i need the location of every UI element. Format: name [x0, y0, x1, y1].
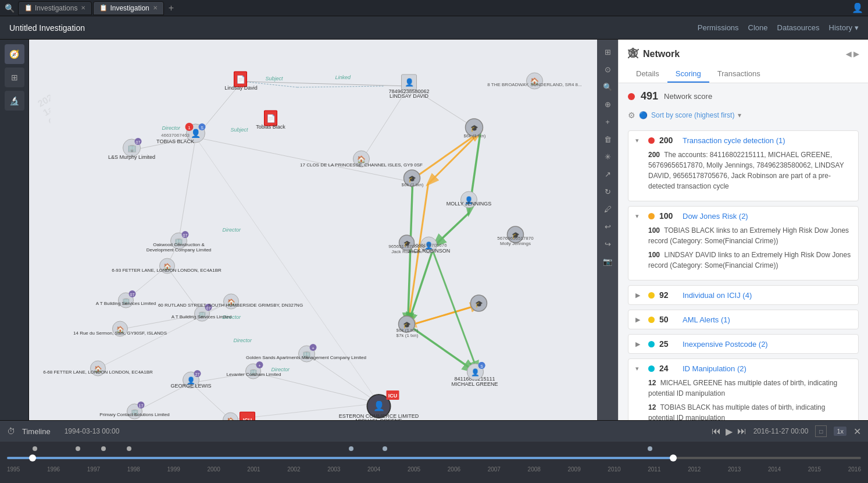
panel-title-text: Network [643, 49, 680, 59]
layout-button[interactable]: ⊕ [600, 97, 615, 112]
svg-text:🏠: 🏠 [227, 417, 235, 420]
tab-investigation[interactable]: 📋 Investigation ✕ [93, 1, 163, 15]
category-header-id-manipulation[interactable]: ▾ 24 ID Manipulation (2) [628, 359, 858, 378]
year-mark: 2009 [567, 466, 580, 473]
timeline-select-button[interactable]: □ [815, 425, 827, 437]
category-header-aml[interactable]: ▶ 50 AML Alerts (1) [628, 310, 858, 329]
tab-scoring[interactable]: Scoring [667, 66, 709, 83]
category-header-icij[interactable]: ▶ 92 Individual on ICIJ (4) [628, 286, 858, 304]
timeline-event-dot[interactable] [101, 446, 106, 451]
add-tab-button[interactable]: + [165, 3, 177, 13]
zoom-in-button[interactable]: 🔍 [600, 79, 615, 94]
permissions-button[interactable]: Permissions [698, 23, 739, 32]
svg-text:Linked: Linked [335, 74, 352, 80]
item-score-0-0: 200 [648, 151, 660, 159]
category-header-transaction-cycle[interactable]: ▾ 200 Transaction cycle detection (1) [628, 131, 858, 150]
svg-text:Director: Director [162, 125, 181, 131]
category-chevron-dow-jones[interactable]: ▾ [635, 212, 644, 220]
history-button[interactable]: History ▾ [829, 23, 859, 32]
timeline-start-date: 1994-03-13 00:00 [65, 427, 120, 435]
timeline-year-marks: 1995 1996 1997 1998 1999 2000 2001 2002 … [7, 465, 861, 474]
timeline-event-dot[interactable] [127, 446, 131, 451]
svg-text:27: 27 [195, 372, 200, 377]
clone-button[interactable]: Clone [748, 23, 768, 32]
undo-button[interactable]: ↩ [600, 219, 615, 234]
svg-text:S: S [201, 126, 203, 130]
category-chevron-aml[interactable]: ▶ [635, 316, 644, 324]
tab-investigation-close[interactable]: ✕ [153, 5, 158, 11]
category-score-1: 100 [659, 211, 678, 221]
timeline-speed-control[interactable]: 1x [834, 427, 846, 436]
svg-text:+: + [312, 346, 314, 350]
svg-text:S: S [480, 364, 483, 368]
timeline-thumb-left[interactable] [29, 454, 36, 461]
lab-button[interactable]: 🔬 [5, 91, 24, 111]
timeline-play-button[interactable]: ▶ [726, 426, 733, 437]
svg-text:A T Building Services Limited: A T Building Services Limited [172, 314, 231, 319]
sort-chevron-icon[interactable]: ▾ [738, 111, 741, 119]
fit-view-button[interactable]: ⊞ [600, 44, 615, 59]
timeline-event-dot[interactable] [648, 446, 652, 451]
timeline-event-dot[interactable] [349, 446, 353, 451]
year-mark: 2011 [648, 466, 660, 473]
network-canvas[interactable]: 2022-04-211a1m1nQ1ANKN 2022-04-211a1m1nQ… [29, 40, 618, 420]
collapse-left-icon[interactable]: ◀ [846, 50, 851, 58]
svg-text:Golden Sands Apartments Manage: Golden Sands Apartments Management Compa… [246, 355, 366, 360]
timeline-track[interactable]: 1995 1996 1997 1998 1999 2000 2001 2002 … [0, 442, 868, 474]
timeline-event-dot[interactable] [33, 446, 37, 451]
panel-expand-controls[interactable]: ◀ ▶ [846, 50, 859, 58]
sort-button[interactable]: Sort by score (highest first) [651, 111, 734, 119]
svg-text:$6k (1 txn): $6k (1 txn) [464, 133, 486, 138]
timeline-skip-end-button[interactable]: ⏭ [737, 426, 746, 436]
year-mark: 2000 [207, 466, 220, 473]
timeline-event-dot[interactable] [76, 446, 80, 451]
screenshot-button[interactable]: 📷 [600, 254, 615, 269]
highlight-button[interactable]: 🖊 [600, 201, 615, 216]
refresh-button[interactable]: ↻ [600, 184, 615, 199]
timeline-scrubber[interactable] [7, 453, 861, 463]
timeline-skip-start-button[interactable]: ⏮ [712, 426, 721, 436]
compass-button[interactable]: 🧭 [5, 44, 24, 64]
svg-text:👤: 👤 [373, 400, 385, 411]
svg-text:$6k (1 txn): $6k (1 txn) [397, 328, 419, 333]
category-title-4[interactable]: Inexpensive Postcode (2) [683, 340, 851, 349]
collapse-right-icon[interactable]: ▶ [853, 50, 859, 58]
svg-text:+: + [258, 364, 260, 368]
datasources-button[interactable]: Datasources [777, 23, 820, 32]
category-title-5[interactable]: ID Manipulation (2) [683, 364, 851, 373]
category-dow-jones: ▾ 100 Dow Jones Risk (2) 100 TOBIAS BLAC… [628, 206, 859, 280]
network-score-header: 491 Network score [628, 90, 859, 102]
layers-button[interactable]: ⊞ [5, 68, 24, 87]
timeline-progress-fill [7, 457, 673, 459]
tab-investigations[interactable]: 📋 Investigations ✕ [18, 1, 92, 15]
tab-details[interactable]: Details [628, 66, 667, 83]
delete-button[interactable]: 🗑 [600, 132, 615, 147]
category-header-postcode[interactable]: ▶ 25 Inexpensive Postcode (2) [628, 335, 858, 353]
category-title-0[interactable]: Transaction cycle detection (1) [683, 136, 851, 145]
category-title-3[interactable]: AML Alerts (1) [683, 315, 851, 324]
tab-investigations-close[interactable]: ✕ [81, 5, 85, 11]
panel-tabs: Details Scoring Transactions [628, 66, 859, 83]
svg-text:👤: 👤 [405, 77, 415, 87]
svg-text:🎓: 🎓 [470, 124, 478, 132]
category-header-dow-jones[interactable]: ▾ 100 Dow Jones Risk (2) [628, 207, 858, 225]
timeline-event-dot[interactable] [383, 446, 387, 451]
export-button[interactable]: ↗ [600, 166, 615, 182]
network-graph[interactable]: Subject Linked Director Subject Director… [29, 40, 618, 420]
add-node-button[interactable]: + [600, 114, 615, 129]
tab-transactions[interactable]: Transactions [709, 66, 769, 83]
year-mark: 2005 [408, 466, 420, 473]
category-chevron-icij[interactable]: ▶ [635, 292, 644, 299]
svg-text:17 CLOS DE LA PRINCESSE, CHANN: 17 CLOS DE LA PRINCESSE, CHANNEL ISLES, … [300, 162, 423, 168]
timeline-close-button[interactable]: ✕ [853, 426, 861, 437]
category-transaction-cycle: ▾ 200 Transaction cycle detection (1) 20… [628, 130, 859, 201]
category-chevron-postcode[interactable]: ▶ [635, 340, 644, 348]
cluster-button[interactable]: ✳ [600, 149, 615, 164]
category-chevron-id-manipulation[interactable]: ▾ [635, 365, 644, 372]
zoom-reset-button[interactable]: ⊙ [600, 62, 615, 77]
redo-button[interactable]: ↪ [600, 236, 615, 251]
timeline-thumb-right[interactable] [670, 454, 677, 461]
category-title-2[interactable]: Individual on ICIJ (4) [683, 291, 851, 300]
category-title-1[interactable]: Dow Jones Risk (2) [683, 212, 851, 221]
category-chevron-transaction-cycle[interactable]: ▾ [635, 137, 644, 144]
